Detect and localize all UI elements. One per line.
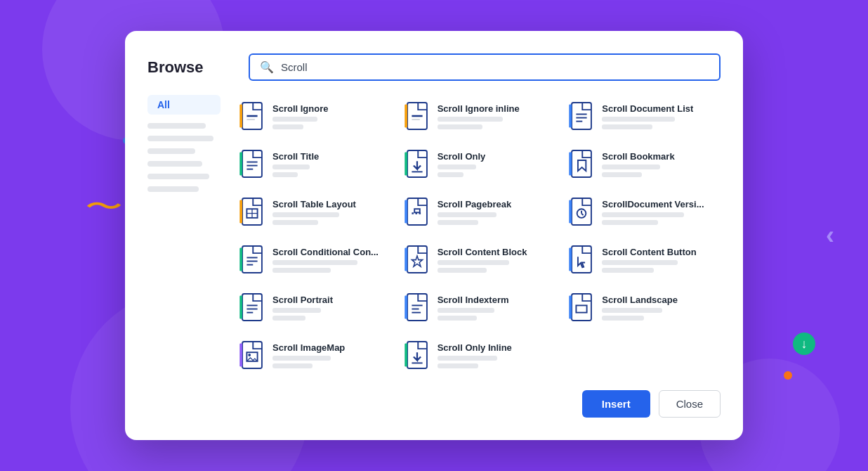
result-text: Scroll Document List bbox=[602, 103, 693, 129]
result-icon bbox=[404, 244, 430, 275]
result-name: Scroll Portrait bbox=[272, 295, 333, 305]
sidebar-lines bbox=[147, 123, 221, 192]
result-sub2 bbox=[602, 172, 642, 177]
result-text: Scroll Ignore inline bbox=[438, 103, 520, 129]
svg-rect-47 bbox=[242, 294, 262, 321]
result-sub2 bbox=[438, 316, 477, 321]
result-name: Scroll Content Block bbox=[438, 247, 527, 257]
green-circle-icon: ↓ bbox=[793, 333, 815, 355]
dialog-body: All Scroll Ignore Scroll Ignore bbox=[147, 95, 721, 376]
result-item[interactable]: Scroll Ignore bbox=[232, 95, 391, 137]
result-text: Scroll Ignore bbox=[272, 103, 328, 129]
result-item[interactable]: Scroll Table Layout bbox=[232, 191, 391, 233]
result-item[interactable]: Scroll Content Button bbox=[561, 238, 721, 280]
result-text: Scroll Portrait bbox=[272, 295, 333, 321]
result-icon bbox=[568, 196, 595, 227]
result-icon bbox=[239, 244, 265, 275]
result-icon bbox=[239, 101, 265, 131]
results-grid: Scroll Ignore Scroll Ignore inline Scrol… bbox=[232, 95, 721, 376]
result-text: Scroll Only Inline bbox=[438, 342, 512, 368]
result-item[interactable]: Scroll Conditional Con... bbox=[232, 238, 391, 280]
result-item[interactable]: Scroll Only Inline bbox=[397, 334, 556, 376]
result-sub bbox=[438, 356, 497, 361]
result-sub bbox=[438, 164, 476, 169]
result-item[interactable]: Scroll Indexterm bbox=[397, 286, 556, 328]
result-text: Scroll Only bbox=[438, 151, 486, 177]
result-item[interactable]: Scroll Ignore inline bbox=[397, 95, 556, 137]
result-name: Scroll Pagebreak bbox=[438, 199, 512, 209]
svg-point-62 bbox=[248, 354, 251, 356]
insert-button[interactable]: Insert bbox=[582, 390, 650, 418]
svg-rect-17 bbox=[239, 153, 242, 176]
result-sub bbox=[272, 212, 339, 217]
svg-rect-63 bbox=[239, 344, 242, 367]
svg-rect-57 bbox=[572, 294, 591, 321]
result-sub2 bbox=[272, 316, 305, 321]
result-icon bbox=[239, 292, 265, 323]
result-text: Scroll Pagebreak bbox=[438, 199, 512, 225]
dialog-title: Browse bbox=[147, 58, 232, 77]
result-name: Scroll Indexterm bbox=[438, 295, 509, 305]
result-sub2 bbox=[438, 268, 487, 273]
result-name: ScrollDocument Versi... bbox=[602, 199, 704, 209]
svg-rect-44 bbox=[405, 248, 407, 271]
result-item[interactable]: Scroll Landscape bbox=[561, 286, 721, 328]
result-icon bbox=[568, 101, 595, 131]
sidebar-item-all[interactable]: All bbox=[147, 95, 221, 115]
svg-rect-20 bbox=[405, 153, 407, 176]
result-sub2 bbox=[272, 124, 303, 129]
result-text: Scroll Landscape bbox=[602, 295, 678, 321]
result-item[interactable]: Scroll Only bbox=[397, 143, 556, 185]
result-item[interactable]: Scroll Content Block bbox=[397, 238, 556, 280]
svg-rect-8 bbox=[572, 103, 591, 129]
result-name: Scroll Only bbox=[438, 151, 486, 162]
svg-rect-60 bbox=[242, 342, 262, 368]
svg-rect-22 bbox=[570, 153, 572, 176]
result-name: Scroll Ignore inline bbox=[438, 103, 520, 114]
sidebar-line bbox=[147, 123, 206, 129]
result-sub2 bbox=[438, 220, 478, 225]
svg-rect-42 bbox=[407, 246, 427, 273]
result-sub2 bbox=[438, 124, 482, 129]
result-item[interactable]: Scroll Title bbox=[232, 143, 391, 185]
result-text: Scroll Indexterm bbox=[438, 295, 509, 321]
result-icon bbox=[239, 148, 265, 179]
result-name: Scroll Table Layout bbox=[272, 199, 356, 209]
result-item[interactable]: Scroll Document List bbox=[561, 95, 721, 137]
svg-rect-41 bbox=[239, 248, 242, 271]
result-name: Scroll Conditional Con... bbox=[272, 247, 379, 257]
result-sub bbox=[602, 308, 662, 313]
result-name: Scroll Landscape bbox=[602, 295, 678, 305]
result-sub bbox=[438, 260, 509, 265]
result-sub bbox=[272, 356, 331, 361]
result-sub bbox=[602, 212, 683, 217]
result-text: Scroll Content Block bbox=[438, 247, 527, 273]
result-item[interactable]: Scroll ImageMap bbox=[232, 334, 391, 376]
result-sub2 bbox=[602, 268, 654, 273]
result-name: Scroll Title bbox=[272, 151, 319, 162]
result-item[interactable]: Scroll Pagebreak bbox=[397, 191, 556, 233]
result-sub bbox=[272, 260, 357, 265]
result-sub2 bbox=[438, 172, 464, 177]
result-item[interactable]: ScrollDocument Versi... bbox=[561, 191, 721, 233]
result-sub bbox=[438, 212, 497, 217]
result-sub bbox=[438, 117, 504, 122]
result-icon bbox=[404, 196, 430, 227]
search-input[interactable] bbox=[281, 61, 709, 73]
sidebar-line bbox=[147, 174, 209, 179]
result-icon bbox=[404, 148, 430, 179]
result-item[interactable]: Scroll Bookmark bbox=[561, 143, 721, 185]
svg-rect-56 bbox=[405, 296, 407, 319]
svg-rect-51 bbox=[239, 296, 242, 319]
result-sub bbox=[272, 117, 317, 122]
dialog-header: Browse 🔍 bbox=[147, 53, 721, 81]
result-sub2 bbox=[602, 124, 652, 129]
result-sub2 bbox=[602, 316, 643, 321]
result-item[interactable]: Scroll Portrait bbox=[232, 286, 391, 328]
result-icon bbox=[239, 196, 265, 227]
close-button[interactable]: Close bbox=[659, 390, 721, 418]
svg-rect-66 bbox=[405, 344, 407, 367]
result-text: Scroll ImageMap bbox=[272, 342, 345, 368]
sidebar-line bbox=[147, 161, 202, 167]
search-icon: 🔍 bbox=[260, 60, 274, 74]
